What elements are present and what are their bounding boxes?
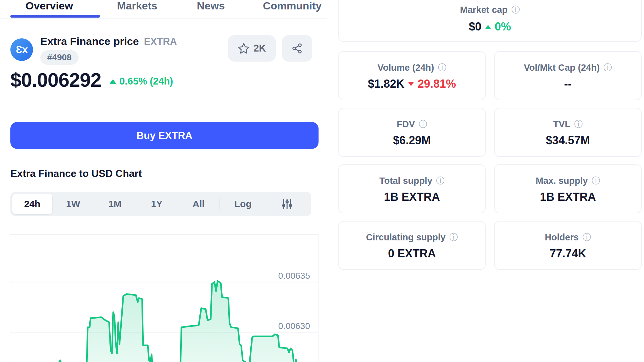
share-icon [291,42,303,54]
coin-rank-badge: #4908 [40,50,79,65]
info-icon[interactable] [592,177,600,185]
tvl-label: TVL [553,119,570,129]
tab-markets[interactable]: Markets [117,0,158,13]
chart-title: Extra Finance to USD Chart [10,168,142,179]
info-icon[interactable] [419,120,427,129]
total-supply-value: 1B EXTRA [384,190,440,204]
svg-text:0.00630: 0.00630 [278,321,310,331]
vol-mkt-cap-label: Vol/Mkt Cap (24h) [524,63,600,73]
holders-label: Holders [545,232,579,243]
change-down-icon [408,82,414,86]
price-change-text: 0.65% (24h) [119,76,173,87]
total-supply-label: Total supply [379,176,432,186]
change-up-icon [485,25,491,29]
active-tab-indicator [10,15,100,18]
market-cap-value: $0 [469,20,481,33]
range-all[interactable]: All [178,199,219,209]
info-icon[interactable] [436,177,445,185]
price-chart[interactable]: 0.006350.00630 [10,234,319,362]
tvl-value: $34.57M [546,134,590,147]
price-change: 0.65% (24h) [109,76,173,87]
stats-panel: Market cap $0 0% Volume (24h) $1.82K 29.… [338,0,642,362]
market-cap-label: Market cap [460,5,508,15]
total-supply-card: Total supply 1B EXTRA [338,164,486,213]
watchlist-count: 2K [253,43,266,54]
svg-text:0.00635: 0.00635 [278,271,310,281]
holders-value: 77.74K [550,247,586,260]
sliders-icon [281,198,293,210]
extra-finance-logo-icon: Ɛx [10,38,33,61]
tvl-card: TVL $34.57M [494,108,642,157]
coin-name-text: Extra Finance price [40,35,139,47]
stats-grid: Volume (24h) $1.82K 29.81% Vol/Mkt Cap (… [338,51,642,270]
price-chart-svg[interactable]: 0.006350.00630 [10,235,318,362]
market-cap-change: 0% [495,20,511,33]
info-icon[interactable] [438,63,446,72]
coin-price: $0.006292 [10,69,101,91]
market-cap-card: Market cap $0 0% [338,0,642,42]
chart-range-selector: 24h 1W 1M 1Y All Log [10,192,311,216]
max-supply-label: Max. supply [536,176,588,186]
range-1w[interactable]: 1W [52,199,94,209]
max-supply-card: Max. supply 1B EXTRA [494,164,642,213]
fdv-value: $6.29M [393,134,431,147]
price-row: $0.006292 0.65% (24h) [10,69,173,91]
circulating-supply-label: Circulating supply [366,232,446,243]
share-button[interactable] [282,35,312,62]
coin-overview-panel: Overview Markets News Community Ɛx Extra… [0,0,327,362]
coin-name: Extra Finance priceEXTRA [40,35,177,47]
watchlist-button[interactable]: 2K [228,35,276,62]
range-1m[interactable]: 1M [94,199,136,209]
tab-community[interactable]: Community [263,0,322,13]
fdv-label: FDV [397,119,415,129]
info-icon[interactable] [449,233,458,242]
buy-extra-button[interactable]: Buy EXTRA [10,122,319,149]
info-icon[interactable] [511,6,520,14]
coin-symbol: EXTRA [144,36,177,47]
chart-axis-labels: 0.006350.00630 [278,271,310,331]
coin-tabbar: Overview Markets News Community [0,0,327,19]
volume-change: 29.81% [418,77,456,90]
chart-settings-button[interactable] [266,198,308,210]
tab-overview[interactable]: Overview [25,0,73,13]
chart-gridlines [10,282,318,332]
info-icon[interactable] [582,233,591,242]
tab-news[interactable]: News [197,0,225,13]
volume-value: $1.82K [368,77,404,90]
coin-header: Ɛx Extra Finance priceEXTRA #4908 2K [10,35,319,66]
circulating-supply-card: Circulating supply 0 EXTRA [338,221,486,270]
volume-label: Volume (24h) [378,63,434,73]
max-supply-value: 1B EXTRA [540,190,596,204]
log-scale-toggle[interactable]: Log [220,199,266,209]
volume-card: Volume (24h) $1.82K 29.81% [338,51,486,100]
info-icon[interactable] [574,120,583,129]
holders-card: Holders 77.74K [494,221,642,270]
fdv-card: FDV $6.29M [338,108,486,157]
change-up-icon [109,79,116,84]
star-icon [238,42,250,54]
vol-mkt-cap-value: -- [564,77,572,90]
info-icon[interactable] [603,63,612,72]
circulating-supply-value: 0 EXTRA [388,247,436,260]
range-1y[interactable]: 1Y [136,199,178,209]
range-24h[interactable]: 24h [12,194,52,214]
chart-series [58,281,297,362]
vol-mkt-cap-card: Vol/Mkt Cap (24h) -- [494,51,642,100]
